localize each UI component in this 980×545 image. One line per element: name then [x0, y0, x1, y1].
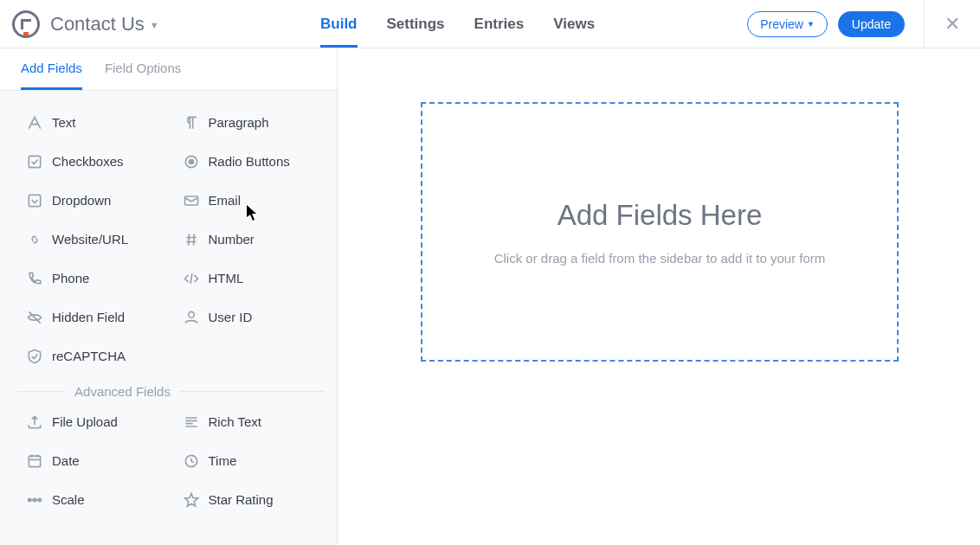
field-label: Time [209, 453, 237, 468]
field-email[interactable]: Email [174, 181, 326, 220]
form-title-dropdown[interactable]: Contact Us ▼ [50, 13, 159, 35]
preview-button[interactable]: Preview ▼ [747, 11, 828, 37]
hidden-icon [17, 309, 52, 326]
field-label: Text [52, 115, 76, 130]
recaptcha-icon [17, 348, 52, 365]
field-label: Email [209, 193, 242, 208]
top-actions: Preview ▼ Update ✕ [747, 1, 964, 48]
dropdown-icon [17, 192, 52, 209]
top-bar: Contact Us ▼ Build Settings Entries View… [0, 0, 980, 48]
field-rich-text[interactable]: Rich Text [174, 402, 326, 441]
field-star-rating[interactable]: Star Rating [174, 480, 326, 519]
field-time[interactable]: Time [174, 441, 326, 480]
upload-icon [17, 414, 52, 431]
tab-build[interactable]: Build [320, 0, 358, 48]
checkbox-icon [17, 153, 52, 170]
form-title-label: Contact Us [50, 13, 145, 35]
field-file-upload[interactable]: File Upload [17, 402, 169, 441]
field-label: Checkboxes [52, 154, 124, 169]
drop-zone[interactable]: Add Fields Here Click or drag a field fr… [421, 102, 899, 362]
svg-rect-3 [29, 195, 40, 206]
field-user-id[interactable]: User ID [174, 298, 326, 337]
field-website-url[interactable]: Website/URL [17, 220, 169, 259]
field-label: HTML [209, 271, 244, 285]
drop-zone-subtitle: Click or drag a field from the sidebar t… [494, 251, 826, 266]
sidebar-tab-field-options[interactable]: Field Options [105, 61, 181, 90]
link-icon [17, 231, 52, 248]
field-checkboxes[interactable]: Checkboxes [17, 142, 169, 181]
code-icon [174, 270, 209, 287]
field-label: Website/URL [52, 232, 128, 247]
field-label: Rich Text [209, 414, 261, 429]
body: Add Fields Field Options Text Paragraph [0, 48, 980, 545]
radio-icon [174, 153, 209, 170]
field-radio-buttons[interactable]: Radio Buttons [174, 142, 326, 181]
svg-point-2 [189, 159, 193, 164]
advanced-fields-label: Advanced Fields [66, 384, 179, 399]
field-date[interactable]: Date [17, 441, 169, 480]
fields-panel: Text Paragraph Checkboxes [0, 91, 337, 519]
field-label: Dropdown [52, 193, 111, 208]
field-label: Paragraph [209, 115, 269, 130]
field-label: reCAPTCHA [52, 349, 126, 363]
drop-zone-title: Add Fields Here [558, 199, 763, 232]
phone-icon [17, 270, 52, 287]
app-logo [12, 10, 40, 38]
field-label: Scale [52, 492, 85, 507]
svg-rect-0 [29, 156, 40, 167]
close-icon[interactable]: ✕ [940, 13, 964, 35]
field-label: Hidden Field [52, 310, 125, 324]
chevron-down-icon: ▼ [150, 20, 159, 30]
richtext-icon [174, 414, 209, 431]
field-phone[interactable]: Phone [17, 259, 169, 298]
basic-fields: Text Paragraph Checkboxes [17, 103, 325, 375]
field-dropdown[interactable]: Dropdown [17, 181, 169, 220]
svg-rect-6 [29, 456, 40, 467]
field-label: Number [209, 232, 255, 247]
sidebar: Add Fields Field Options Text Paragraph [0, 48, 338, 545]
form-canvas: Add Fields Here Click or drag a field fr… [338, 48, 980, 545]
field-label: Star Rating [209, 492, 274, 507]
field-number[interactable]: Number [174, 220, 326, 259]
tab-entries[interactable]: Entries [474, 0, 525, 48]
field-text[interactable]: Text [17, 103, 169, 142]
update-button[interactable]: Update [838, 11, 905, 37]
field-label: User ID [209, 310, 253, 324]
chevron-down-icon: ▼ [807, 20, 815, 29]
tab-settings[interactable]: Settings [387, 0, 445, 48]
sidebar-tab-add-fields[interactable]: Add Fields [21, 61, 82, 90]
field-recaptcha[interactable]: reCAPTCHA [17, 337, 169, 375]
field-scale[interactable]: Scale [17, 480, 169, 519]
email-icon [174, 192, 209, 209]
field-label: Date [52, 453, 80, 468]
hash-icon [174, 231, 209, 248]
field-paragraph[interactable]: Paragraph [174, 103, 326, 142]
field-hidden[interactable]: Hidden Field [17, 298, 169, 337]
star-icon [174, 491, 209, 509]
field-html[interactable]: HTML [174, 259, 326, 298]
field-label: Radio Buttons [209, 154, 290, 169]
time-icon [174, 452, 209, 470]
user-icon [174, 309, 209, 326]
date-icon [17, 452, 52, 470]
scale-icon [17, 491, 52, 509]
text-icon [17, 114, 52, 131]
field-label: Phone [52, 271, 89, 285]
main-tabs: Build Settings Entries Views [320, 0, 595, 48]
advanced-fields: File Upload Rich Text Date [17, 402, 325, 519]
field-label: File Upload [52, 414, 118, 429]
divider [924, 1, 925, 48]
tab-views[interactable]: Views [553, 0, 595, 48]
svg-point-5 [188, 311, 194, 317]
paragraph-icon [174, 114, 209, 131]
sidebar-tabs: Add Fields Field Options [0, 48, 337, 91]
preview-label: Preview [760, 17, 803, 31]
advanced-fields-header: Advanced Fields [17, 384, 325, 399]
